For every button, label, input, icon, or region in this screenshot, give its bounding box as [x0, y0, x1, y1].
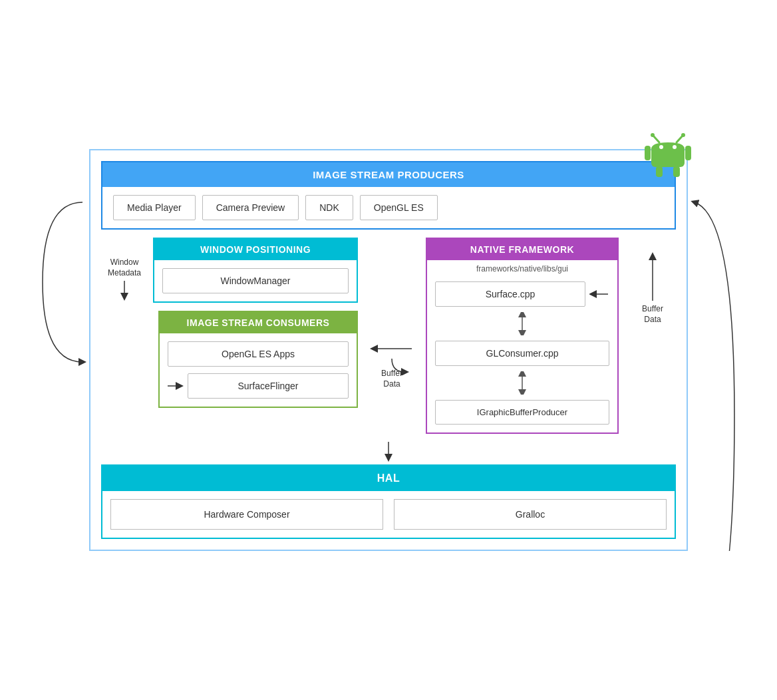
- outer-right-arrow: [688, 149, 741, 551]
- svg-rect-8: [685, 146, 691, 160]
- buffer-data-right: BufferData: [629, 238, 676, 434]
- window-metadata-label-area: WindowMetadata: [101, 238, 148, 301]
- svg-point-6: [673, 145, 677, 149]
- hal-section: HAL Hardware Composer Gralloc: [101, 464, 676, 539]
- isc-title: IMAGE STREAM CONSUMERS: [160, 312, 357, 333]
- buffer-data-label: BufferData: [381, 369, 402, 389]
- nf-igraphic-buffer-producer: IGraphicBufferProducer: [435, 400, 609, 425]
- wp-content: WindowManager: [154, 260, 357, 301]
- svg-rect-10: [673, 166, 680, 177]
- isc-surface-flinger: SurfaceFlinger: [188, 373, 349, 399]
- producer-media-player: Media Player: [113, 195, 196, 220]
- buffer-data-right-label: BufferData: [642, 304, 663, 325]
- hal-down-arrow: [379, 442, 398, 462]
- diagram-wrapper: IMAGE STREAM PRODUCERS Media Player Came…: [89, 149, 688, 551]
- buffer-data-middle: BufferData: [369, 238, 415, 434]
- producer-camera-preview: Camera Preview: [202, 195, 299, 220]
- svg-line-0: [653, 136, 659, 142]
- window-metadata-label: WindowMetadata: [108, 258, 141, 278]
- double-arrow-svg-1: [516, 312, 529, 335]
- image-stream-producers-section: IMAGE STREAM PRODUCERS Media Player Came…: [101, 161, 676, 230]
- svg-point-3: [681, 133, 685, 137]
- sf-arrow: [168, 379, 184, 393]
- hal-content: Hardware Composer Gralloc: [102, 491, 675, 538]
- producer-opengl-es: OpenGL ES: [360, 195, 438, 220]
- hal-hardware-composer: Hardware Composer: [110, 499, 383, 530]
- window-positioning-section: WINDOW POSITIONING WindowManager: [153, 238, 358, 303]
- wp-window-manager: WindowManager: [162, 268, 349, 293]
- surface-flinger-row: SurfaceFlinger: [168, 373, 349, 399]
- outer-box: IMAGE STREAM PRODUCERS Media Player Came…: [89, 149, 688, 551]
- window-metadata-arrow: [118, 281, 131, 301]
- wp-title: WINDOW POSITIONING: [154, 239, 357, 260]
- image-stream-consumers-section: IMAGE STREAM CONSUMERS OpenGL ES Apps: [158, 311, 358, 408]
- hal-gralloc: Gralloc: [394, 499, 667, 530]
- outer-left-arrow: [36, 149, 89, 551]
- double-arrow-2: [516, 371, 529, 395]
- producer-ndk: NDK: [305, 195, 353, 220]
- svg-line-1: [677, 136, 683, 142]
- svg-point-2: [651, 133, 655, 137]
- svg-rect-7: [645, 146, 651, 160]
- producers-title: IMAGE STREAM PRODUCERS: [102, 162, 675, 187]
- buffer-right-arrow: [643, 251, 663, 304]
- hal-arrow-container: [101, 442, 676, 462]
- wp-row: WindowMetadata WINDOW POSITIONI: [101, 238, 358, 303]
- nf-glconsumer-cpp: GLConsumer.cpp: [435, 341, 609, 366]
- nf-surface-cpp: Surface.cpp: [435, 281, 585, 307]
- isc-opengl-es-apps: OpenGL ES Apps: [168, 341, 349, 367]
- isc-row: IMAGE STREAM CONSUMERS OpenGL ES Apps: [101, 311, 358, 408]
- producers-content: Media Player Camera Preview NDK OpenGL E…: [102, 187, 675, 228]
- nf-title: NATIVE FRAMEWORK: [427, 239, 617, 260]
- double-arrow-svg-2: [516, 371, 529, 395]
- isc-content: OpenGL ES Apps: [160, 333, 357, 407]
- nf-content: Surface.cpp: [427, 276, 617, 433]
- android-logo: [641, 129, 695, 182]
- double-arrow-1: [516, 312, 529, 335]
- left-section: WindowMetadata WINDOW POSITIONI: [101, 238, 358, 434]
- middle-row: WindowMetadata WINDOW POSITIONI: [101, 238, 676, 434]
- surface-cpp-row: Surface.cpp: [435, 281, 609, 307]
- native-framework-section: NATIVE FRAMEWORK frameworks/native/libs/…: [426, 238, 619, 434]
- svg-rect-9: [656, 166, 663, 177]
- nf-subtitle: frameworks/native/libs/gui: [427, 260, 617, 276]
- surface-arrow-in: [589, 287, 609, 301]
- svg-point-5: [659, 145, 663, 149]
- hal-title: HAL: [102, 466, 675, 491]
